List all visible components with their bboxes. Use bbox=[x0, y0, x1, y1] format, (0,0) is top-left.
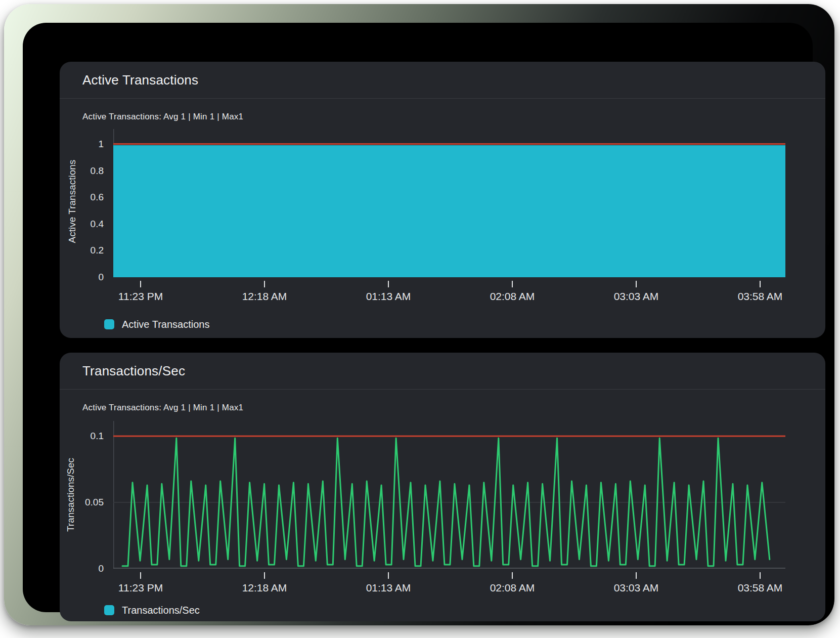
y-tick-label: 0.4 bbox=[68, 218, 104, 230]
x-tick-label: 12:18 AM bbox=[224, 290, 305, 303]
y-tick-label: 1 bbox=[68, 138, 104, 150]
x-tick-label: 03:58 AM bbox=[720, 290, 801, 303]
panel-title: Active Transactions bbox=[82, 62, 198, 98]
screenshot-stage: Active Transactions Active Transactions:… bbox=[0, 0, 840, 638]
x-tick-mark bbox=[760, 281, 761, 287]
x-tick-mark bbox=[512, 281, 513, 287]
y-axis-title: Transactions/Sec bbox=[65, 458, 76, 532]
stats-summary: Active Transactions: Avg 1 | Min 1 | Max… bbox=[82, 403, 243, 413]
x-tick-label: 01:13 AM bbox=[348, 290, 429, 303]
y-tick-label: 0.2 bbox=[68, 244, 104, 257]
device-frame: Active Transactions Active Transactions:… bbox=[23, 23, 813, 612]
y-tick-label: 0.1 bbox=[68, 430, 104, 442]
x-tick-mark bbox=[388, 572, 389, 579]
x-tick-mark bbox=[512, 572, 513, 579]
x-tick-label: 02:08 AM bbox=[472, 290, 553, 303]
legend-label: Active Transactions bbox=[122, 319, 209, 330]
x-tick-label: 11:23 PM bbox=[100, 290, 181, 303]
x-tick-mark bbox=[636, 281, 637, 287]
x-tick-mark bbox=[140, 281, 141, 287]
panel-header: Transactions/Sec bbox=[60, 353, 825, 390]
x-tick-label: 03:03 AM bbox=[596, 582, 677, 594]
panel-transactions-per-sec: Transactions/Sec Active Transactions: Av… bbox=[60, 353, 825, 621]
x-tick-label: 03:58 AM bbox=[720, 582, 801, 594]
x-tick-label: 01:13 AM bbox=[348, 582, 429, 594]
legend-swatch-icon bbox=[104, 605, 114, 615]
y-tick-label: 0 bbox=[68, 271, 104, 283]
legend-label: Transactions/Sec bbox=[122, 605, 200, 616]
area-series-fill bbox=[113, 145, 785, 277]
legend-item-active-transactions[interactable]: Active Transactions bbox=[104, 319, 209, 330]
legend-item-transactions-per-sec[interactable]: Transactions/Sec bbox=[104, 605, 200, 616]
x-tick-mark bbox=[760, 572, 761, 579]
x-tick-mark bbox=[140, 572, 141, 579]
x-tick-mark bbox=[264, 572, 265, 579]
x-tick-label: 12:18 AM bbox=[224, 582, 305, 594]
y-tick-label: 0.6 bbox=[68, 191, 104, 203]
x-tick-label: 11:23 PM bbox=[100, 582, 181, 594]
legend-swatch-icon bbox=[104, 319, 114, 329]
x-tick-mark bbox=[388, 281, 389, 287]
y-tick-label: 0.8 bbox=[68, 165, 104, 177]
x-tick-label: 02:08 AM bbox=[472, 582, 553, 594]
area-chart-canvas[interactable] bbox=[113, 125, 785, 277]
panel-header: Active Transactions bbox=[60, 62, 825, 99]
x-tick-mark bbox=[636, 572, 637, 579]
x-tick-label: 03:03 AM bbox=[596, 290, 677, 303]
y-tick-label: 0 bbox=[68, 563, 104, 575]
y-tick-label: 0.05 bbox=[68, 496, 104, 508]
panel-title: Transactions/Sec bbox=[82, 353, 185, 389]
line-chart-canvas[interactable] bbox=[113, 421, 785, 569]
x-tick-mark bbox=[264, 281, 265, 287]
stats-summary: Active Transactions: Avg 1 | Min 1 | Max… bbox=[82, 112, 243, 122]
panel-active-transactions: Active Transactions Active Transactions:… bbox=[60, 62, 825, 338]
